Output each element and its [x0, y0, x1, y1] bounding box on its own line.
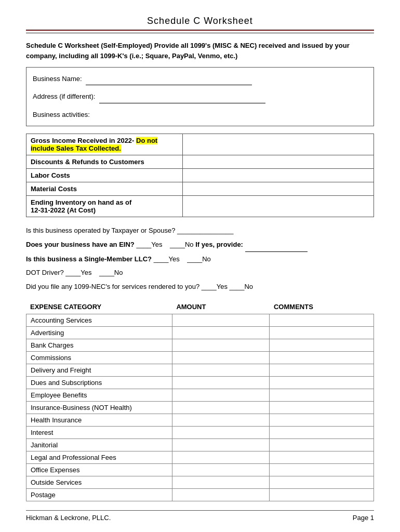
gross-income-label: Gross Income Received in 2022- Do not in…: [26, 134, 183, 155]
expense-amount-cell[interactable]: [172, 326, 269, 339]
expense-amount-cell[interactable]: [172, 351, 269, 364]
expense-amount-cell[interactable]: [172, 364, 269, 376]
footer: Hickman & Leckrone, PLLC. Page 1: [26, 510, 374, 522]
expense-row: Outside Services: [26, 476, 374, 488]
expense-category-cell: Legal and Professional Fees: [26, 451, 172, 463]
material-label: Material Costs: [26, 182, 183, 196]
expense-amount-cell[interactable]: [172, 389, 269, 401]
expense-category-cell: Office Expenses: [26, 463, 172, 476]
expense-amount-cell[interactable]: [172, 451, 269, 463]
bottom-title-divider: [26, 33, 374, 33]
expense-comments-cell[interactable]: [270, 438, 374, 451]
expense-category-cell: Employee Benefits: [26, 389, 172, 401]
expense-row: Postage: [26, 488, 374, 501]
expense-row: Advertising: [26, 326, 374, 339]
address-line: Address (if different):: [33, 90, 367, 103]
page-title: Schedule C Worksheet: [26, 16, 374, 26]
business-name-line: Business Name:: [33, 73, 367, 85]
address-field[interactable]: [99, 90, 265, 103]
income-table: Gross Income Received in 2022- Do not in…: [26, 134, 374, 217]
expense-amount-cell[interactable]: [172, 414, 269, 426]
expense-amount-cell[interactable]: [172, 476, 269, 488]
qa-line2: Does your business have an EIN? ____Yes …: [26, 238, 374, 252]
expense-row: Insurance-Business (NOT Health): [26, 401, 374, 414]
expense-comments-cell[interactable]: [270, 364, 374, 376]
inventory-label: Ending Inventory on hand as of12-31-2022…: [26, 196, 183, 217]
expense-amount-cell[interactable]: [172, 339, 269, 351]
expense-row: Bank Charges: [26, 339, 374, 351]
expense-comments-cell[interactable]: [270, 351, 374, 364]
expense-amount-cell[interactable]: [172, 488, 269, 501]
activities-label: Business activities:: [33, 111, 90, 118]
discounts-value[interactable]: [183, 155, 374, 169]
expense-category-cell: Commissions: [26, 351, 172, 364]
expense-comments-cell[interactable]: [270, 426, 374, 438]
expense-amount-cell[interactable]: [172, 438, 269, 451]
expense-category-cell: Health Insurance: [26, 414, 172, 426]
form-box: Business Name: Address (if different): B…: [26, 67, 374, 126]
expense-category-cell: Delivery and Freight: [26, 364, 172, 376]
expense-amount-cell[interactable]: [172, 463, 269, 476]
qa-line4: DOT Driver? ____Yes ____No: [26, 267, 374, 280]
discounts-label: Discounts & Refunds to Customers: [26, 155, 183, 169]
expense-row: Legal and Professional Fees: [26, 451, 374, 463]
expense-header-row: EXPENSE CATEGORY AMOUNT COMMENTS: [26, 301, 374, 313]
expense-comments-cell[interactable]: [270, 314, 374, 326]
expense-comments-cell[interactable]: [270, 451, 374, 463]
expense-amount-cell[interactable]: [172, 376, 269, 389]
business-name-label: Business Name:: [33, 75, 82, 83]
expense-amount-cell[interactable]: [172, 401, 269, 414]
expense-comments-cell[interactable]: [270, 476, 374, 488]
expense-amount-cell[interactable]: [172, 314, 269, 326]
expense-table: Accounting Services Advertising Bank Cha…: [26, 314, 374, 501]
expense-row: Employee Benefits: [26, 389, 374, 401]
expense-comments-cell[interactable]: [270, 401, 374, 414]
expense-row: Dues and Subscriptions: [26, 376, 374, 389]
expense-comments-cell[interactable]: [270, 414, 374, 426]
footer-left: Hickman & Leckrone, PLLC.: [26, 514, 111, 522]
qa-line3: Is this business a Single-Member LLC? __…: [26, 253, 374, 266]
activities-line: Business activities:: [33, 109, 367, 121]
qa-line1: Is this business operated by Taxpayer or…: [26, 224, 374, 237]
expense-comments-cell[interactable]: [270, 326, 374, 339]
expense-category-cell: Bank Charges: [26, 339, 172, 351]
expense-row: Janitorial: [26, 438, 374, 451]
expense-cat-header: EXPENSE CATEGORY: [26, 303, 172, 311]
expense-category-cell: Janitorial: [26, 438, 172, 451]
expense-comments-cell[interactable]: [270, 389, 374, 401]
qa-line5: Did you file any 1099-NEC's for services…: [26, 281, 374, 294]
expense-comments-cell[interactable]: [270, 339, 374, 351]
expense-category-cell: Interest: [26, 426, 172, 438]
expense-comments-cell[interactable]: [270, 463, 374, 476]
business-name-field[interactable]: [86, 73, 252, 85]
highlight-text: Do not include Sales Tax Collected.: [31, 137, 157, 152]
gross-income-row: Gross Income Received in 2022- Do not in…: [26, 134, 374, 155]
qa-section: Is this business operated by Taxpayer or…: [26, 224, 374, 293]
expense-row: Accounting Services: [26, 314, 374, 326]
discounts-row: Discounts & Refunds to Customers: [26, 155, 374, 169]
expense-category-cell: Dues and Subscriptions: [26, 376, 172, 389]
material-row: Material Costs: [26, 182, 374, 196]
inventory-value[interactable]: [183, 196, 374, 217]
labor-label: Labor Costs: [26, 169, 183, 182]
labor-value[interactable]: [183, 169, 374, 182]
expense-category-cell: Insurance-Business (NOT Health): [26, 401, 172, 414]
footer-right: Page 1: [353, 514, 374, 522]
expense-category-cell: Accounting Services: [26, 314, 172, 326]
top-divider: [26, 30, 374, 31]
expense-row: Commissions: [26, 351, 374, 364]
expense-com-header: COMMENTS: [270, 303, 374, 311]
expense-row: Office Expenses: [26, 463, 374, 476]
expense-row: Delivery and Freight: [26, 364, 374, 376]
labor-row: Labor Costs: [26, 169, 374, 182]
gross-income-value[interactable]: [183, 134, 374, 155]
expense-amount-cell[interactable]: [172, 426, 269, 438]
expense-comments-cell[interactable]: [270, 488, 374, 501]
expense-row: Interest: [26, 426, 374, 438]
inventory-row: Ending Inventory on hand as of12-31-2022…: [26, 196, 374, 217]
material-value[interactable]: [183, 182, 374, 196]
expense-comments-cell[interactable]: [270, 376, 374, 389]
gross-income-text: Gross Income Received in 2022- Do not in…: [31, 137, 157, 152]
expense-category-cell: Postage: [26, 488, 172, 501]
expense-category-cell: Outside Services: [26, 476, 172, 488]
